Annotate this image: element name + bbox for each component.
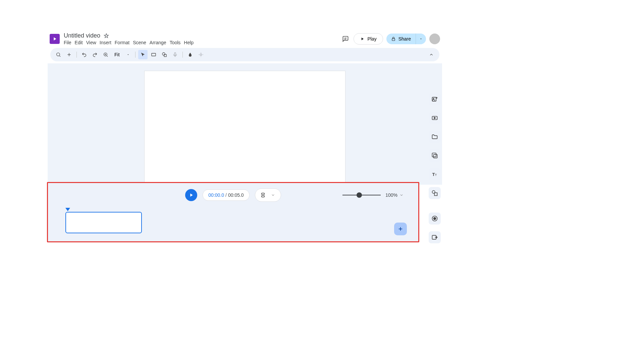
record-icon (431, 215, 438, 222)
lock-icon (391, 37, 396, 41)
timeline-panel: 00:00.0 / 00:05.0 100% (47, 182, 419, 242)
timeline-play-button[interactable] (185, 189, 197, 201)
text-button[interactable]: TT (429, 168, 441, 180)
slider-thumb[interactable] (357, 192, 362, 198)
zoom-dropdown[interactable]: Fit (112, 51, 132, 59)
add-video-button[interactable] (429, 112, 441, 124)
header: Untitled video File Edit View Insert For… (47, 29, 443, 46)
chevron-down-icon (399, 193, 404, 197)
redo-button[interactable] (90, 50, 100, 59)
shape-tool[interactable] (160, 50, 169, 59)
svg-rect-34 (261, 196, 264, 197)
separator (76, 52, 77, 58)
svg-rect-14 (164, 54, 166, 57)
chevron-up-icon (429, 52, 434, 57)
chevron-down-icon (271, 193, 275, 197)
timeline-zoom: 100% (342, 192, 404, 198)
canvas-area (48, 63, 442, 185)
speed-button[interactable] (259, 191, 267, 199)
menu-format[interactable]: Format (115, 40, 129, 45)
collapse-toolbar[interactable] (427, 50, 436, 59)
share-label: Share (398, 36, 411, 42)
menu-bar: File Edit View Insert Format Scene Arran… (64, 40, 337, 45)
svg-rect-28 (434, 193, 437, 195)
redo-icon (92, 52, 98, 57)
account-avatar[interactable] (429, 34, 440, 44)
star-icon[interactable] (104, 33, 109, 39)
menu-file[interactable]: File (64, 40, 71, 45)
separator (182, 52, 183, 58)
new-button[interactable] (64, 50, 74, 59)
timeline-track[interactable] (56, 212, 410, 233)
play-button[interactable]: Play (354, 33, 383, 45)
document-title[interactable]: Untitled video (64, 32, 100, 39)
plus-icon (397, 226, 404, 232)
menu-scene[interactable]: Scene (133, 40, 146, 45)
menu-insert[interactable]: Insert (100, 40, 111, 45)
total-time: 00:05.0 (228, 192, 244, 198)
current-time: 00:00.0 (208, 192, 224, 198)
svg-point-3 (57, 53, 60, 56)
undo-button[interactable] (79, 50, 89, 59)
app-logo[interactable] (50, 34, 60, 44)
svg-point-17 (200, 54, 202, 55)
stock-media-button[interactable] (429, 149, 441, 162)
playhead-marker-icon (65, 208, 70, 211)
zoom-in-button[interactable] (101, 50, 110, 59)
playhead[interactable] (65, 208, 70, 211)
svg-text:T: T (432, 172, 435, 177)
cursor-icon (140, 52, 146, 57)
caret-down-icon (126, 53, 130, 56)
export-icon (431, 234, 438, 241)
menu-help[interactable]: Help (184, 40, 194, 45)
zoom-slider[interactable] (342, 195, 381, 195)
fill-tool[interactable] (185, 50, 195, 59)
speed-dropdown[interactable] (269, 191, 277, 199)
title-block: Untitled video File Edit View Insert For… (64, 32, 337, 45)
share-button[interactable]: Share (386, 34, 416, 44)
select-tool[interactable] (138, 50, 148, 59)
export-button[interactable] (429, 231, 441, 243)
mic-tool[interactable] (170, 50, 180, 59)
effects-tool[interactable] (196, 50, 206, 59)
menu-arrange[interactable]: Arrange (150, 40, 166, 45)
scene-clip[interactable] (65, 212, 142, 233)
svg-rect-11 (152, 53, 156, 56)
play-icon (189, 192, 194, 198)
add-scene-button[interactable] (394, 223, 407, 235)
time-display[interactable]: 00:00.0 / 00:05.0 (203, 189, 249, 201)
time-separator: / (225, 192, 227, 198)
search-button[interactable] (54, 50, 63, 59)
side-panel: TT (427, 90, 443, 247)
menu-tools[interactable]: Tools (170, 40, 181, 45)
svg-point-13 (162, 53, 165, 55)
svg-rect-24 (434, 155, 437, 158)
text-icon: TT (431, 171, 438, 178)
shapes-icon (431, 190, 438, 196)
record-button[interactable] (429, 213, 441, 225)
svg-rect-23 (432, 153, 436, 157)
caret-down-icon (419, 37, 423, 41)
play-label: Play (367, 36, 376, 42)
plus-icon (66, 52, 72, 57)
video-canvas[interactable] (144, 71, 345, 184)
menu-edit[interactable]: Edit (75, 40, 83, 45)
folder-button[interactable] (429, 131, 441, 143)
textbox-icon (151, 52, 156, 57)
svg-rect-15 (174, 53, 176, 55)
zoom-in-icon (103, 52, 108, 57)
textbox-tool[interactable] (149, 50, 158, 59)
vids-play-icon (52, 36, 57, 42)
comments-button[interactable] (341, 34, 350, 44)
add-image-button[interactable] (429, 93, 441, 105)
menu-view[interactable]: View (86, 40, 96, 45)
mic-icon (172, 52, 178, 57)
svg-line-4 (59, 56, 60, 57)
speed-controls (255, 188, 281, 202)
comment-icon (342, 36, 349, 42)
share-dropdown[interactable] (416, 34, 426, 44)
zoom-percent-dropdown[interactable]: 100% (385, 192, 404, 198)
shapes-button[interactable] (429, 187, 441, 199)
share-group: Share (386, 34, 426, 44)
effects-icon (198, 52, 204, 57)
